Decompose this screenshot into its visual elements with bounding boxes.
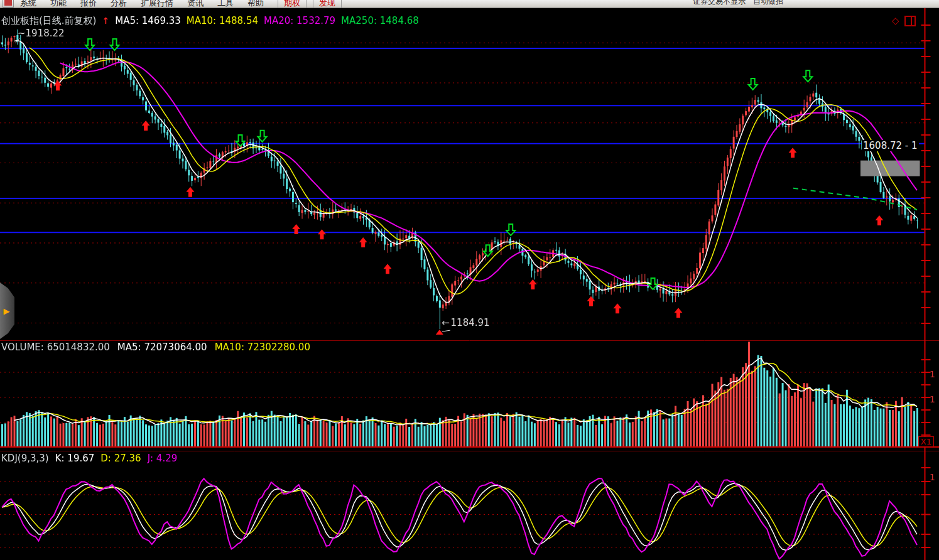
trading-app-window: 系统 功能 报价 分析 扩展行情 资讯 工具 帮助 期权 发现 证券交易不显示 … <box>0 0 939 560</box>
chart-corner-tools: ◇ <box>892 16 916 26</box>
menu-function[interactable]: 功能 <box>50 0 67 8</box>
diamond-tool-icon[interactable]: ◇ <box>892 16 899 26</box>
menu-quotes[interactable]: 报价 <box>80 0 97 8</box>
stock-chart-canvas[interactable] <box>0 0 939 560</box>
ma250-value: MA250: 1484.68 <box>341 15 419 26</box>
menu-help[interactable]: 帮助 <box>247 0 264 8</box>
app-icon <box>3 0 14 8</box>
left-arrow-icon: ← <box>442 317 450 328</box>
menu-options[interactable]: 期权 <box>278 0 307 8</box>
main-chart-header: 创业板指(日线.前复权) ↑ MA5: 1469.33 MA10: 1488.5… <box>1 15 419 27</box>
volume-scale-button[interactable]: X1 <box>918 436 934 447</box>
volume-ma5-value: MA5: 72073064.00 <box>117 342 207 353</box>
expand-arrow-icon: ▶ <box>4 307 10 315</box>
menu-system[interactable]: 系统 <box>20 0 36 8</box>
price-line-tag[interactable]: 1608.72 - 1 <box>862 140 919 151</box>
kdj-k-value: K: 19.67 <box>55 453 95 464</box>
split-window-icon[interactable] <box>904 16 916 26</box>
menu-analysis[interactable]: 分析 <box>111 0 127 8</box>
kdj-d-value: D: 27.36 <box>100 453 141 464</box>
split-window-icon-divider <box>911 17 912 25</box>
volume-axis-label-bottom: 1 <box>930 394 935 404</box>
volume-ma10-value: MA10: 72302280.00 <box>215 342 310 353</box>
menu-tools[interactable]: 工具 <box>217 0 234 8</box>
low-price-label: ← 1184.91 <box>442 317 490 328</box>
menu-bar: 系统 功能 报价 分析 扩展行情 资讯 工具 帮助 期权 发现 证券交易不显示 … <box>0 0 939 8</box>
kdj-axis-label: 1 <box>930 472 935 482</box>
menu-bar-status-text: 证券交易不显示 自动做招 <box>693 0 783 7</box>
volume-axis-label-top: 1 <box>930 369 935 379</box>
kdj-j-value: J: 4.29 <box>148 453 178 464</box>
high-price-label: ~1918.22 <box>18 28 65 39</box>
up-arrow-icon: ↑ <box>102 16 109 26</box>
kdj-pane-header: KDJ(9,3,3) K: 19.67 D: 27.36 J: 4.29 <box>1 453 177 464</box>
menu-news[interactable]: 资讯 <box>187 0 204 8</box>
kdj-title[interactable]: KDJ(9,3,3) <box>1 453 49 464</box>
ma5-value: MA5: 1469.33 <box>115 15 181 26</box>
ma20-value: MA20: 1532.79 <box>264 15 335 26</box>
volume-pane-header: VOLUME: 65014832.00 MA5: 72073064.00 MA1… <box>1 342 310 353</box>
low-price-value: 1184.91 <box>451 317 490 328</box>
menu-extended-quotes[interactable]: 扩展行情 <box>141 0 173 8</box>
menu-discover[interactable]: 发现 <box>313 0 342 8</box>
symbol-title: 创业板指(日线.前复权) <box>1 15 96 27</box>
volume-title[interactable]: VOLUME: 65014832.00 <box>1 342 110 353</box>
ma10-value: MA10: 1488.54 <box>187 15 258 26</box>
